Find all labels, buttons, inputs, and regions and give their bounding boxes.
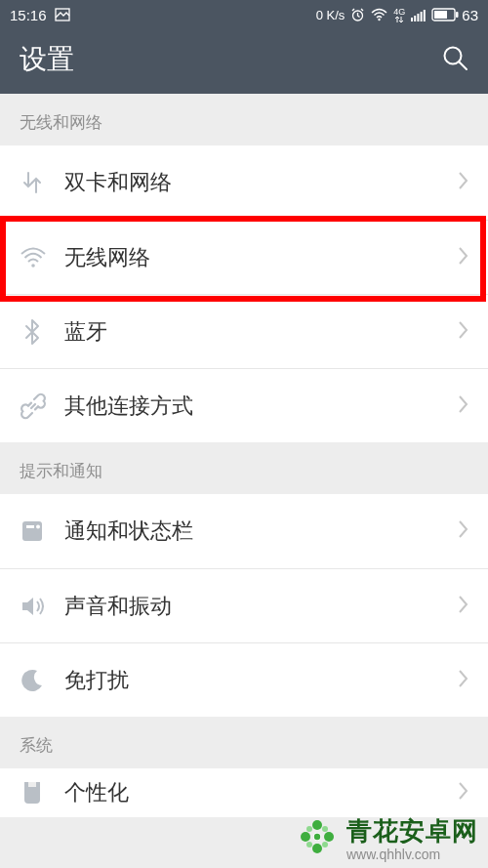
- search-button[interactable]: [442, 45, 468, 75]
- svg-rect-6: [421, 12, 423, 21]
- alarm-icon: [350, 8, 365, 22]
- item-personal[interactable]: 个性化: [0, 768, 488, 817]
- status-right: 0 K/s 4G 63: [316, 7, 478, 23]
- watermark: 青花安卓网 www.qhhlv.com: [296, 814, 478, 862]
- link-icon: [20, 393, 64, 420]
- wifi-icon: [371, 8, 387, 21]
- section-header-notify: 提示和通知: [0, 442, 488, 494]
- item-label: 双卡和网络: [64, 168, 458, 197]
- svg-rect-3: [411, 18, 413, 21]
- section-header-wireless: 无线和网络: [0, 94, 488, 145]
- watermark-url: www.qhhlv.com: [346, 847, 440, 862]
- svg-rect-7: [424, 10, 426, 21]
- svg-point-27: [306, 826, 312, 832]
- status-left: 15:16: [10, 7, 70, 23]
- svg-point-21: [301, 832, 310, 842]
- item-other-conn[interactable]: 其他连接方式: [0, 368, 488, 442]
- item-label: 其他连接方式: [64, 392, 458, 421]
- svg-point-2: [379, 19, 381, 21]
- dual-sim-icon: [20, 170, 64, 195]
- svg-line-12: [460, 62, 468, 69]
- svg-rect-15: [26, 525, 34, 528]
- item-wifi[interactable]: 无线网络: [0, 220, 488, 294]
- sound-icon: [20, 594, 64, 619]
- chevron-right-icon: [458, 246, 468, 269]
- screen: 15:16 0 K/s 4G 63: [0, 0, 488, 868]
- item-label: 蓝牙: [64, 317, 458, 347]
- svg-rect-5: [418, 14, 420, 21]
- svg-point-24: [322, 826, 328, 832]
- item-bluetooth[interactable]: 蓝牙: [0, 294, 488, 368]
- chevron-right-icon: [458, 519, 468, 543]
- section-header-system: 系统: [0, 717, 488, 768]
- signal-icon: [411, 9, 426, 21]
- watermark-logo-icon: [296, 815, 339, 862]
- item-sound[interactable]: 声音和振动: [0, 568, 488, 642]
- watermark-brand: 青花安卓网: [346, 814, 478, 848]
- svg-rect-14: [22, 521, 42, 541]
- svg-point-16: [36, 525, 40, 529]
- battery-icon: 63: [431, 7, 478, 23]
- status-net-speed: 0 K/s: [316, 8, 346, 22]
- item-label: 通知和状态栏: [64, 517, 458, 546]
- status-time: 15:16: [10, 7, 47, 23]
- mobile-4g-icon: 4G: [393, 8, 405, 22]
- watermark-text: 青花安卓网 www.qhhlv.com: [346, 814, 478, 862]
- list-wireless: 双卡和网络 无线网络 蓝牙: [0, 145, 488, 442]
- svg-point-26: [306, 842, 312, 847]
- chevron-right-icon: [458, 595, 468, 618]
- svg-point-23: [314, 833, 320, 839]
- svg-point-13: [31, 264, 35, 268]
- item-label: 免打扰: [64, 666, 458, 695]
- svg-point-19: [324, 832, 334, 842]
- chevron-right-icon: [458, 394, 468, 418]
- svg-point-18: [312, 820, 322, 830]
- svg-rect-10: [456, 12, 459, 18]
- bluetooth-icon: [20, 318, 64, 346]
- wifi-icon: [20, 245, 64, 270]
- item-dual-sim[interactable]: 双卡和网络: [0, 145, 488, 220]
- personalize-icon: [20, 780, 64, 806]
- item-label: 个性化: [64, 778, 458, 807]
- svg-point-25: [322, 842, 328, 847]
- page-title: 设置: [20, 41, 74, 78]
- list-notify: 通知和状态栏 声音和振动 免打扰: [0, 494, 488, 717]
- moon-icon: [20, 668, 64, 693]
- item-label: 无线网络: [64, 243, 458, 272]
- chevron-right-icon: [458, 669, 468, 692]
- battery-pct: 63: [462, 7, 478, 23]
- chevron-right-icon: [458, 171, 468, 194]
- item-notif[interactable]: 通知和状态栏: [0, 494, 488, 568]
- list-system: 个性化: [0, 768, 488, 817]
- svg-point-20: [312, 844, 322, 853]
- svg-rect-17: [28, 782, 36, 787]
- notification-icon: [20, 518, 64, 544]
- item-dnd[interactable]: 免打扰: [0, 642, 488, 717]
- svg-rect-9: [434, 11, 447, 19]
- chevron-right-icon: [458, 320, 468, 344]
- svg-rect-4: [415, 16, 417, 21]
- chevron-right-icon: [458, 781, 468, 805]
- title-bar: 设置: [0, 29, 488, 94]
- item-label: 声音和振动: [64, 592, 458, 621]
- screenshot-icon: [55, 8, 70, 21]
- status-bar: 15:16 0 K/s 4G 63: [0, 0, 488, 29]
